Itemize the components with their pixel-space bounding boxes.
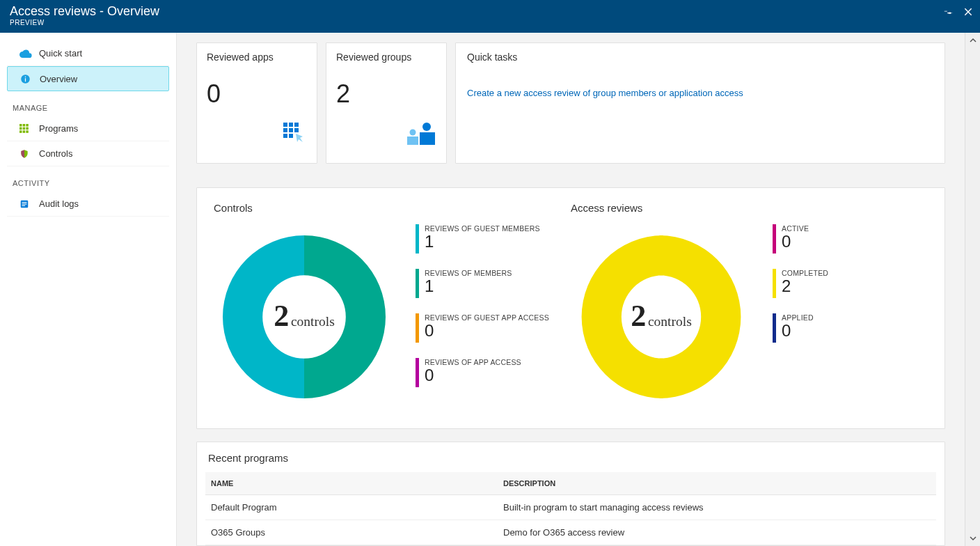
charts-panel: Controls 2controls <box>196 187 945 429</box>
svg-rect-12 <box>23 130 26 133</box>
legend-item: APPLIED0 <box>773 313 828 343</box>
cell-desc: Demo for O365 access review <box>498 520 936 545</box>
legend-color <box>416 313 419 343</box>
legend-value: 0 <box>425 322 549 340</box>
pin-icon[interactable] <box>944 7 954 20</box>
legend-color <box>773 224 776 254</box>
svg-rect-8 <box>19 127 22 130</box>
legend-color <box>416 224 419 254</box>
svg-rect-16 <box>22 203 27 204</box>
svg-rect-21 <box>283 128 287 132</box>
sidebar-section-manage: MANAGE <box>0 91 176 116</box>
sidebar-item-label: Programs <box>39 123 78 134</box>
groups-icon <box>406 121 436 149</box>
legend-value: 1 <box>425 277 512 295</box>
legend-label: REVIEWS OF GUEST MEMBERS <box>425 224 540 233</box>
svg-text:2controls: 2controls <box>274 299 335 333</box>
close-icon[interactable] <box>963 7 973 20</box>
svg-rect-25 <box>289 134 293 138</box>
access-legend: ACTIVE0 COMPLETED2 APPLIED0 <box>773 202 828 410</box>
svg-text:2controls: 2controls <box>631 299 692 333</box>
card-title: Reviewed apps <box>207 52 307 63</box>
svg-rect-15 <box>22 202 27 203</box>
sidebar: Quick start Overview MANAGE Programs Con… <box>0 33 177 546</box>
shield-icon <box>19 149 35 159</box>
panel-title: Recent programs <box>205 452 936 472</box>
page-subtitle: PREVIEW <box>10 19 970 26</box>
card-title: Quick tasks <box>467 52 933 63</box>
card-quick-tasks: Quick tasks Create a new access review o… <box>455 42 945 164</box>
svg-rect-4 <box>25 76 26 77</box>
svg-rect-9 <box>23 127 26 130</box>
svg-rect-17 <box>22 205 26 205</box>
svg-rect-5 <box>19 124 22 127</box>
col-name[interactable]: NAME <box>205 472 498 495</box>
info-icon <box>20 74 35 84</box>
legend-item: ACTIVE0 <box>773 224 828 254</box>
chart-title: Controls <box>214 202 395 214</box>
link-create-access-review[interactable]: Create a new access review of group memb… <box>467 88 743 98</box>
svg-point-28 <box>410 130 416 136</box>
sidebar-item-label: Overview <box>40 74 77 84</box>
legend-label: REVIEWS OF MEMBERS <box>425 269 512 277</box>
sidebar-item-label: Controls <box>39 148 72 159</box>
svg-rect-24 <box>283 134 287 138</box>
svg-rect-20 <box>294 123 299 127</box>
scroll-up-icon[interactable] <box>965 33 980 48</box>
legend-item: REVIEWS OF APP ACCESS0 <box>416 358 549 387</box>
controls-legend: REVIEWS OF GUEST MEMBERS1 REVIEWS OF MEM… <box>416 202 549 410</box>
svg-rect-7 <box>26 124 29 127</box>
chart-title: Access reviews <box>571 202 752 214</box>
svg-rect-27 <box>420 132 435 145</box>
svg-rect-29 <box>407 136 418 145</box>
content-area: Reviewed apps 0 Reviewed groups 2 <box>177 33 980 546</box>
svg-rect-13 <box>26 130 29 133</box>
grid-icon <box>19 124 35 134</box>
donut-access-reviews: 2controls <box>571 226 752 410</box>
controls-chart: Controls 2controls <box>214 202 571 410</box>
vertical-scrollbar[interactable] <box>965 33 980 546</box>
svg-rect-22 <box>289 128 293 132</box>
sidebar-item-controls[interactable]: Controls <box>7 141 169 166</box>
table-row[interactable]: O365 Groups Demo for O365 access review <box>205 520 936 545</box>
legend-color <box>416 269 419 298</box>
card-reviewed-apps[interactable]: Reviewed apps 0 <box>196 42 317 164</box>
sidebar-section-activity: ACTIVITY <box>0 166 176 192</box>
sidebar-item-label: Audit logs <box>39 198 79 209</box>
svg-rect-11 <box>19 130 22 133</box>
card-reviewed-groups[interactable]: Reviewed groups 2 <box>326 42 447 164</box>
legend-value: 0 <box>782 322 814 340</box>
legend-value: 0 <box>782 233 809 251</box>
scroll-down-icon[interactable] <box>965 531 980 546</box>
table-row[interactable]: Default Program Built-in program to star… <box>205 495 936 520</box>
sidebar-item-programs[interactable]: Programs <box>7 116 169 141</box>
col-description[interactable]: DESCRIPTION <box>498 472 936 495</box>
legend-color <box>773 313 776 343</box>
legend-color <box>773 269 776 298</box>
legend-label: REVIEWS OF APP ACCESS <box>425 358 521 366</box>
svg-rect-6 <box>23 124 26 127</box>
sidebar-item-audit-logs[interactable]: Audit logs <box>7 192 169 217</box>
access-reviews-chart: Access reviews 2controls <box>571 202 928 410</box>
cloud-icon <box>19 49 35 58</box>
legend-item: REVIEWS OF MEMBERS1 <box>416 269 549 298</box>
page-title: Access reviews - Overview <box>10 4 970 19</box>
svg-rect-10 <box>26 127 29 130</box>
recent-programs-panel: Recent programs NAME DESCRIPTION Default… <box>196 442 945 546</box>
sidebar-item-quick-start[interactable]: Quick start <box>7 41 169 66</box>
sidebar-item-overview[interactable]: Overview <box>7 66 169 91</box>
sidebar-item-label: Quick start <box>39 48 82 58</box>
cell-name: Default Program <box>205 495 498 520</box>
legend-value: 0 <box>425 366 521 384</box>
legend-color <box>416 358 419 387</box>
card-title: Reviewed groups <box>336 52 436 63</box>
card-value: 0 <box>207 79 307 109</box>
legend-item: COMPLETED2 <box>773 269 828 298</box>
card-value: 2 <box>336 79 436 109</box>
legend-value: 2 <box>782 277 828 295</box>
svg-rect-23 <box>294 128 299 132</box>
donut-controls: 2controls <box>214 226 395 410</box>
blade-header: Access reviews - Overview PREVIEW <box>0 0 980 33</box>
log-icon <box>19 199 35 209</box>
svg-rect-18 <box>283 123 287 127</box>
